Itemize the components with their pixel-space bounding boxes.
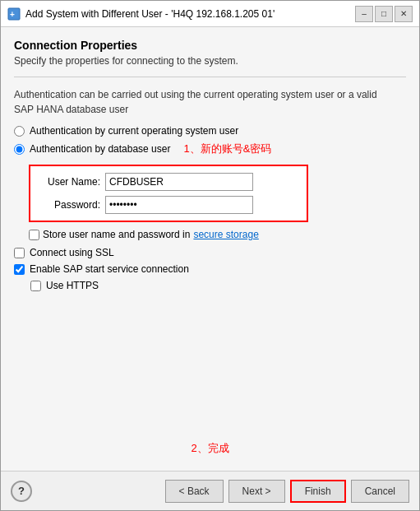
ssl-checkbox[interactable] xyxy=(14,248,25,258)
username-input[interactable] xyxy=(105,173,253,191)
annotation-1: 1、新的账号&密码 xyxy=(183,142,271,156)
footer-left: ? xyxy=(11,481,32,502)
window-icon: + xyxy=(7,7,21,21)
store-row: Store user name and password in secure s… xyxy=(29,229,406,240)
title-bar: + Add System with Different User - 'H4Q … xyxy=(1,1,419,27)
radio-db[interactable] xyxy=(14,144,25,155)
main-content: Connection Properties Specify the proper… xyxy=(1,27,419,471)
username-label: User Name: xyxy=(39,176,100,188)
window-title: Add System with Different User - 'H4Q 19… xyxy=(25,8,275,20)
radio-os[interactable] xyxy=(14,126,25,137)
close-button[interactable]: ✕ xyxy=(395,6,413,22)
auth-radio-group: Authentication by current operating syst… xyxy=(14,125,406,156)
annotation-2: 2、完成 xyxy=(14,441,406,459)
sap-start-checkbox[interactable] xyxy=(14,264,25,275)
store-checkbox[interactable] xyxy=(29,230,39,240)
finish-button[interactable]: Finish xyxy=(290,480,346,503)
title-controls: – □ ✕ xyxy=(355,6,413,22)
username-row: User Name: xyxy=(39,173,298,191)
password-label: Password: xyxy=(39,199,100,211)
radio-os-item: Authentication by current operating syst… xyxy=(14,125,406,137)
radio-os-label[interactable]: Authentication by current operating syst… xyxy=(30,125,238,137)
help-button[interactable]: ? xyxy=(11,481,32,502)
back-button[interactable]: < Back xyxy=(165,480,224,503)
section-desc: Specify the properties for connecting to… xyxy=(14,55,406,67)
ssl-label[interactable]: Connect using SSL xyxy=(30,247,114,258)
title-bar-left: + Add System with Different User - 'H4Q … xyxy=(7,7,275,21)
ssl-item: Connect using SSL xyxy=(14,247,406,258)
checkbox-group: Connect using SSL Enable SAP start servi… xyxy=(14,247,406,291)
radio-db-item: Authentication by database user 1、新的账号&密… xyxy=(14,142,406,156)
db-user-section: User Name: Password: xyxy=(29,165,308,222)
password-row: Password: xyxy=(39,196,298,214)
footer: ? < Back Next > Finish Cancel xyxy=(1,471,419,510)
cancel-button[interactable]: Cancel xyxy=(351,480,409,503)
svg-text:+: + xyxy=(10,10,15,19)
sap-start-item: Enable SAP start service connection xyxy=(14,263,406,275)
maximize-button[interactable]: □ xyxy=(375,6,393,22)
minimize-button[interactable]: – xyxy=(355,6,373,22)
footer-right: < Back Next > Finish Cancel xyxy=(165,480,409,503)
store-label[interactable]: Store user name and password in xyxy=(43,229,190,240)
divider xyxy=(14,77,406,77)
secure-storage-link[interactable]: secure storage xyxy=(193,229,258,240)
https-item: Use HTTPS xyxy=(30,280,406,291)
main-window: + Add System with Different User - 'H4Q … xyxy=(0,0,420,511)
auth-description: Authentication can be carried out using … xyxy=(14,87,406,117)
https-label[interactable]: Use HTTPS xyxy=(46,280,99,291)
section-title: Connection Properties xyxy=(14,39,406,52)
sap-start-label[interactable]: Enable SAP start service connection xyxy=(30,263,189,275)
radio-db-label[interactable]: Authentication by database user xyxy=(30,143,170,155)
https-checkbox[interactable] xyxy=(30,281,41,291)
next-button[interactable]: Next > xyxy=(228,480,285,503)
password-input[interactable] xyxy=(105,196,253,214)
